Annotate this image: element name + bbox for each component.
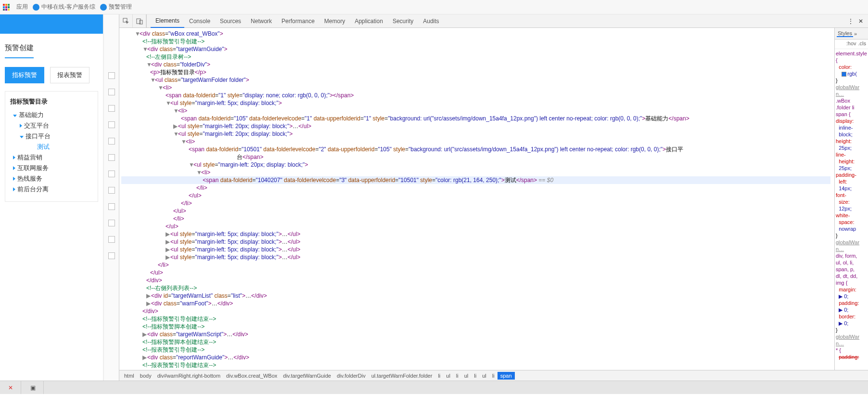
caret-right-icon	[13, 177, 15, 181]
tree-item-jingyi[interactable]: 精益营销	[10, 152, 93, 163]
tree-panel: 指标预警目录 基础能力 交互平台 接口平台 测试 精益营销 互联网服务 热线服务…	[5, 91, 98, 202]
checkbox[interactable]	[108, 72, 115, 79]
checkbox[interactable]	[108, 89, 115, 95]
tab-application[interactable]: Application	[350, 15, 388, 27]
sidebar-header-blue	[0, 14, 103, 34]
tree-item-jiekou[interactable]: 接口平台	[10, 131, 93, 142]
styles-rules[interactable]: element.style { color: rgb( } globalWarn…	[835, 49, 868, 370]
caret-down-icon	[13, 115, 17, 117]
caret-right-icon	[13, 187, 15, 191]
tree-item-jiaohu[interactable]: 交互平台	[10, 120, 93, 131]
breadcrumb-selected: span	[498, 372, 515, 380]
app-sidebar: 预警创建 指标预警 报表预警 指标预警目录 基础能力 交互平台 接口平台 测试 …	[0, 14, 103, 381]
taskbar: ✕ ▣	[0, 381, 868, 394]
checkbox[interactable]	[108, 236, 115, 243]
taskbar-item[interactable]: ✕	[0, 381, 21, 394]
tab-memory[interactable]: Memory	[319, 15, 350, 27]
checkbox[interactable]	[108, 105, 115, 112]
tab-audits[interactable]: Audits	[418, 15, 444, 27]
checkbox[interactable]	[108, 252, 115, 259]
tab-elements[interactable]: Elements	[151, 14, 184, 28]
cm-logo-icon	[33, 4, 39, 11]
tree-item-basic[interactable]: 基础能力	[10, 110, 93, 120]
caret-down-icon	[20, 136, 24, 138]
device-toggle-icon[interactable]	[133, 14, 146, 27]
tab-network[interactable]: Network	[246, 15, 277, 27]
breadcrumb-bar[interactable]: html body div#warnRight.right-bottom div…	[119, 370, 868, 381]
title-underline	[5, 57, 34, 58]
caret-right-icon	[13, 166, 15, 170]
selected-element-line[interactable]: <span data-folderid="1040207" data-folde…	[121, 176, 830, 184]
tree-panel-title: 指标预警目录	[10, 95, 93, 110]
bookmark-1[interactable]: 中移在线-客户服务综	[33, 3, 95, 11]
tree-item-hotline[interactable]: 热线服务	[10, 173, 93, 184]
inspect-element-icon[interactable]	[119, 14, 133, 27]
tab-sources[interactable]: Sources	[215, 15, 246, 27]
checkbox[interactable]	[108, 220, 115, 226]
styles-more-icon[interactable]: »	[853, 31, 858, 37]
checkbox[interactable]	[108, 121, 115, 128]
checkbox-column	[103, 14, 119, 381]
tab-report-warning[interactable]: 报表预警	[50, 67, 89, 83]
styles-panel: Styles » :hov .cls element.style { color…	[834, 28, 868, 370]
checkbox[interactable]	[108, 187, 115, 194]
tab-performance[interactable]: Performance	[277, 15, 319, 27]
devtools-panel: Elements Console Sources Network Perform…	[119, 14, 868, 381]
tab-indicator-warning[interactable]: 指标预警	[5, 67, 44, 83]
caret-right-icon	[20, 124, 22, 128]
caret-right-icon	[13, 156, 15, 159]
hov-toggle[interactable]: :hov	[846, 40, 856, 48]
svg-rect-1	[137, 19, 140, 24]
page-title: 预警创建	[5, 43, 98, 57]
cls-toggle[interactable]: .cls	[858, 40, 867, 48]
checkbox[interactable]	[108, 138, 115, 145]
close-devtools-icon[interactable]: ✕	[855, 18, 866, 25]
tree-item-internet[interactable]: 互联网服务	[10, 163, 93, 173]
checkbox[interactable]	[108, 154, 115, 161]
apps-icon[interactable]	[3, 4, 10, 11]
checkbox[interactable]	[108, 203, 115, 210]
tree-item-test[interactable]: 测试	[10, 142, 93, 152]
tab-security[interactable]: Security	[388, 15, 418, 27]
tab-console[interactable]: Console	[184, 15, 215, 27]
cm-logo-icon	[100, 4, 107, 11]
styles-tab[interactable]: Styles	[837, 30, 853, 37]
apps-label[interactable]: 应用	[16, 3, 28, 11]
elements-tree[interactable]: ▼<div class="wBox creat_WBox"> <!--指标预警引…	[119, 28, 834, 370]
tree-item-front-back[interactable]: 前后台分离	[10, 184, 93, 195]
settings-dots-icon[interactable]: ⋮	[846, 18, 855, 25]
bookmark-2[interactable]: 预警管理	[100, 3, 132, 11]
checkbox[interactable]	[108, 171, 115, 177]
browser-bookmarks-bar: 应用 中移在线-客户服务综 预警管理	[0, 0, 868, 14]
taskbar-item[interactable]: ▣	[23, 381, 44, 394]
